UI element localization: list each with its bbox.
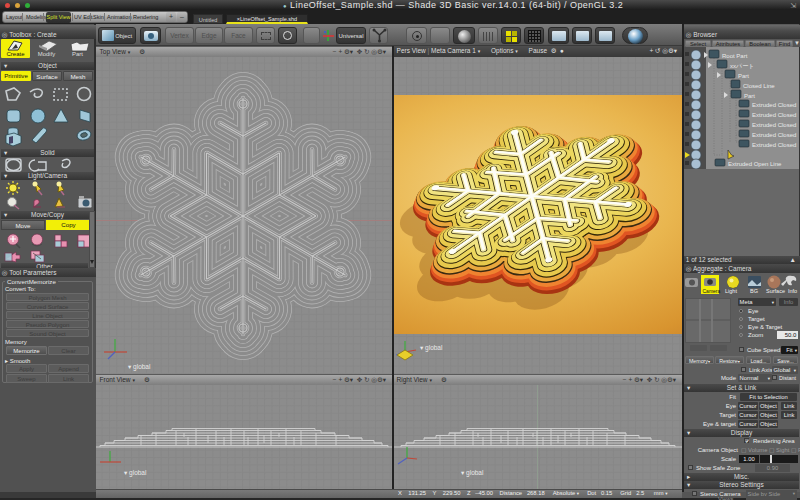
svg-text:xxパート: xxパート — [730, 63, 754, 69]
svg-text:Closed Line: Closed Line — [743, 83, 775, 89]
svg-text:Root Part: Root Part — [722, 53, 748, 59]
svg-text:Extruded Closed: Extruded Closed — [752, 102, 796, 108]
svg-text:▾ global: ▾ global — [420, 344, 443, 352]
svg-text:Surface: Surface — [766, 288, 785, 294]
svg-text:▾ global: ▾ global — [461, 469, 484, 477]
svg-text:Extruded Closed: Extruded Closed — [752, 112, 796, 118]
svg-text:Extruded Closed: Extruded Closed — [752, 122, 796, 128]
svg-text:Camera: Camera — [703, 288, 721, 294]
svg-text:▾ global: ▾ global — [128, 363, 151, 371]
svg-text:Extruded Closed: Extruded Closed — [752, 132, 796, 138]
svg-text:Part: Part — [744, 93, 755, 99]
svg-text:Part: Part — [738, 73, 749, 79]
svg-text:BG: BG — [750, 288, 758, 294]
svg-text:Extruded Closed: Extruded Closed — [752, 142, 796, 148]
svg-text:Info: Info — [788, 288, 797, 294]
svg-text:Light: Light — [725, 288, 737, 294]
svg-text:▾ global: ▾ global — [124, 469, 147, 477]
svg-text:Extruded Open Line: Extruded Open Line — [728, 161, 782, 167]
